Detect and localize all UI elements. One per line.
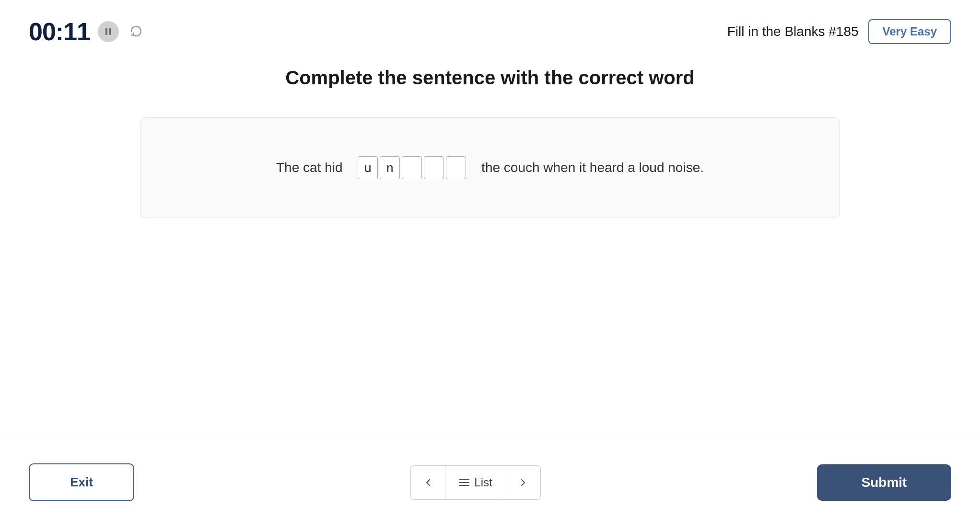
list-label: List (474, 476, 492, 489)
footer: Exit List Submit (0, 463, 980, 501)
sentence-space-after (474, 160, 478, 175)
blank-group: u n (357, 156, 467, 179)
letter-box-2[interactable] (402, 156, 422, 179)
sentence-before: The cat hid (276, 160, 343, 175)
letter-box-3[interactable] (424, 156, 444, 179)
timer-display: 00:11 (29, 17, 90, 46)
sentence-wrapper: The cat hid u n the couch when it heard … (276, 156, 704, 179)
submit-button[interactable]: Submit (817, 464, 951, 501)
timer-section: 00:11 (29, 17, 146, 46)
svg-rect-0 (105, 28, 107, 35)
sentence-after: the couch when it heard a loud noise. (481, 160, 704, 175)
sentence-card: The cat hid u n the couch when it heard … (140, 117, 840, 218)
refresh-button[interactable] (127, 22, 146, 41)
pause-button[interactable] (98, 21, 119, 42)
header: 00:11 Fill in the Blanks #185 Very Easy (0, 0, 980, 58)
nav-group: List (410, 465, 540, 500)
footer-divider (0, 434, 980, 434)
letter-box-0[interactable]: u (358, 156, 378, 179)
svg-rect-1 (109, 28, 111, 35)
letter-box-4[interactable] (446, 156, 466, 179)
letter-box-1[interactable]: n (380, 156, 400, 179)
quiz-title: Fill in the Blanks #185 (727, 24, 859, 39)
next-button[interactable] (506, 465, 541, 500)
sentence-space-before (347, 160, 350, 175)
prev-button[interactable] (410, 465, 445, 500)
page-heading: Complete the sentence with the correct w… (285, 67, 695, 89)
difficulty-badge[interactable]: Very Easy (868, 19, 951, 44)
header-right: Fill in the Blanks #185 Very Easy (727, 19, 951, 44)
exit-button[interactable]: Exit (29, 463, 134, 501)
main-content: Complete the sentence with the correct w… (0, 58, 980, 228)
list-button[interactable]: List (445, 465, 506, 500)
